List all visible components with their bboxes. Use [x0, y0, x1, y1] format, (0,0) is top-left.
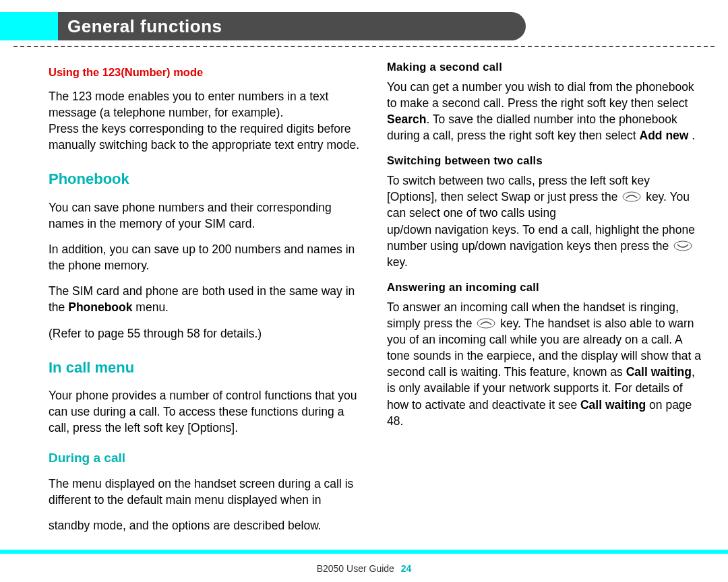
body-text: The SIM card and phone are both used in …: [49, 283, 363, 315]
footer: B2050 User Guide 24: [0, 563, 728, 574]
body-text: standby mode, and the options are descri…: [49, 517, 363, 534]
subheading-switching-calls: Switching between two calls: [387, 153, 701, 168]
body-text: You can get a number you wish to dial fr…: [387, 79, 701, 144]
svg-point-0: [623, 192, 640, 201]
page-number: 24: [401, 563, 412, 574]
subheading-second-call: Making a second call: [387, 59, 701, 75]
subheading-during-call: During a call: [49, 449, 363, 467]
body-text: The 123 mode enables you to enter number…: [49, 88, 363, 154]
call-key-icon: [622, 191, 641, 202]
section-in-call-menu: In call menu: [49, 358, 363, 378]
body-text: (Refer to page 55 through 58 for details…: [49, 325, 363, 342]
body-text: In addition, you can save up to 200 numb…: [49, 241, 363, 273]
page-title: General functions: [58, 12, 526, 40]
content: Using the 123(Number) mode The 123 mode …: [49, 59, 701, 535]
subheading-answering-call: Answering an incoming call: [387, 280, 701, 295]
footer-guide: B2050 User Guide: [317, 563, 394, 574]
body-text: The menu displayed on the handset screen…: [49, 476, 363, 508]
body-text: Your phone provides a number of control …: [49, 387, 363, 436]
dashed-rule: [13, 46, 715, 47]
svg-point-1: [674, 241, 692, 251]
body-text: You can save phone numbers and their cor…: [49, 199, 363, 232]
end-key-icon: [673, 240, 692, 251]
svg-point-2: [477, 319, 495, 328]
footer-bar: [0, 550, 728, 554]
subheading-123-mode: Using the 123(Number) mode: [49, 65, 363, 80]
body-text: To switch between two calls, press the l…: [387, 172, 701, 270]
header: General functions: [0, 0, 728, 47]
call-key-icon: [477, 318, 495, 329]
section-phonebook: Phonebook: [49, 169, 363, 189]
cyan-tab: [0, 12, 58, 40]
body-text: To answer an incoming call when the hand…: [387, 299, 701, 429]
